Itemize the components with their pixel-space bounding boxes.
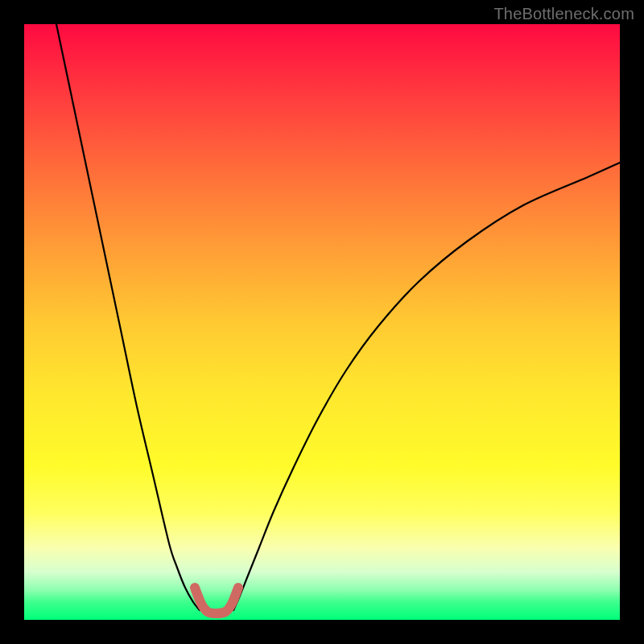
chart-svg <box>24 24 620 620</box>
valley-highlight <box>195 588 238 613</box>
curve-right <box>233 163 620 610</box>
watermark-label: TheBottleneck.com <box>493 5 634 23</box>
curve-left <box>56 24 200 610</box>
